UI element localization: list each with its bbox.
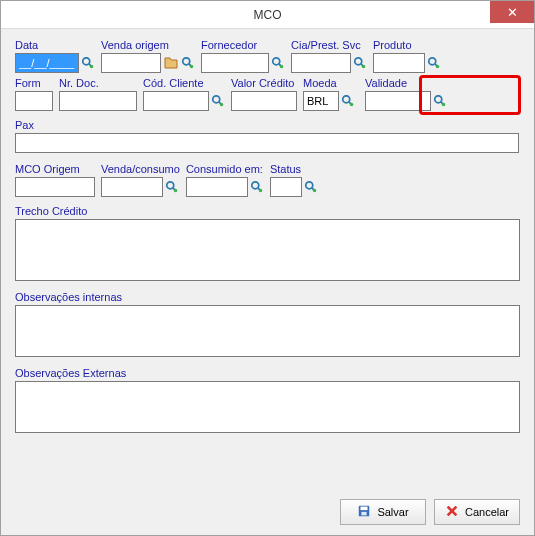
lookup-consumido-icon[interactable] (250, 180, 264, 194)
field-vendaconsumo: Venda/consumo (101, 163, 180, 197)
svg-point-24 (167, 182, 174, 189)
label-form: Form (15, 77, 53, 89)
svg-point-26 (174, 189, 178, 193)
label-status: Status (270, 163, 318, 175)
svg-point-30 (306, 182, 313, 189)
svg-rect-34 (361, 507, 368, 511)
svg-rect-35 (362, 512, 367, 516)
input-form[interactable] (15, 91, 53, 111)
label-venda-origem: Venda origem (101, 39, 195, 51)
label-consumido: Consumido em: (186, 163, 264, 175)
label-vendaconsumo: Venda/consumo (101, 163, 180, 175)
label-produto: Produto (373, 39, 441, 51)
svg-point-21 (435, 96, 442, 103)
window-title: MCO (254, 8, 282, 22)
field-fornecedor: Fornecedor (201, 39, 285, 73)
titlebar: MCO ✕ (1, 1, 534, 29)
field-mcoorigem: MCO Origem (15, 163, 95, 197)
lookup-fornecedor-icon[interactable] (271, 56, 285, 70)
label-trecho: Trecho Crédito (15, 205, 520, 217)
save-icon (357, 504, 371, 520)
book-icon[interactable] (163, 55, 179, 71)
textarea-obsext[interactable] (15, 381, 520, 433)
lookup-produto-icon[interactable] (427, 56, 441, 70)
save-button[interactable]: Salvar (340, 499, 426, 525)
input-validade[interactable] (365, 91, 431, 111)
svg-point-18 (343, 96, 350, 103)
save-label: Salvar (377, 506, 408, 518)
field-status: Status (270, 163, 318, 197)
close-icon: ✕ (507, 5, 518, 20)
close-button[interactable]: ✕ (490, 1, 534, 23)
label-nrdoc: Nr. Doc. (59, 77, 137, 89)
field-produto: Produto (373, 39, 441, 73)
input-valor[interactable] (231, 91, 297, 111)
label-data: Data (15, 39, 95, 51)
svg-point-15 (213, 96, 220, 103)
input-status[interactable] (270, 177, 302, 197)
label-cia: Cia/Prest. Svc (291, 39, 367, 51)
lookup-data-icon[interactable] (81, 56, 95, 70)
svg-point-8 (280, 65, 284, 69)
svg-point-12 (429, 58, 436, 65)
field-venda-origem: Venda origem (101, 39, 195, 73)
field-codcliente: Cód. Cliente (143, 77, 225, 111)
svg-point-0 (83, 58, 90, 65)
lookup-codcliente-icon[interactable] (211, 94, 225, 108)
lookup-cia-icon[interactable] (353, 56, 367, 70)
input-nrdoc[interactable] (59, 91, 137, 111)
field-cia: Cia/Prest. Svc (291, 39, 367, 73)
lookup-status-icon[interactable] (304, 180, 318, 194)
svg-point-11 (362, 65, 366, 69)
svg-point-6 (273, 58, 280, 65)
field-data: Data (15, 39, 95, 73)
row-2: Form Nr. Doc. Cód. Cliente Valor Crédito (15, 77, 520, 111)
svg-point-29 (259, 189, 263, 193)
field-valor: Valor Crédito (231, 77, 297, 111)
field-nrdoc: Nr. Doc. (59, 77, 137, 111)
input-vendaconsumo[interactable] (101, 177, 163, 197)
svg-point-14 (436, 65, 440, 69)
input-venda-origem[interactable] (101, 53, 161, 73)
field-validade: Validade (365, 77, 447, 111)
svg-point-5 (190, 65, 194, 69)
label-obsext: Observações Externas (15, 367, 520, 379)
mco-window: MCO ✕ Data Venda origem (0, 0, 535, 536)
lookup-venda-origem-icon[interactable] (181, 56, 195, 70)
input-consumido[interactable] (186, 177, 248, 197)
input-moeda[interactable] (303, 91, 339, 111)
input-mcoorigem[interactable] (15, 177, 95, 197)
input-fornecedor[interactable] (201, 53, 269, 73)
row-1: Data Venda origem (15, 39, 520, 73)
label-validade: Validade (365, 77, 447, 89)
textarea-obsint[interactable] (15, 305, 520, 357)
cancel-icon (445, 504, 459, 520)
svg-point-17 (220, 103, 224, 107)
input-codcliente[interactable] (143, 91, 209, 111)
input-produto[interactable] (373, 53, 425, 73)
footer: Salvar Cancelar (340, 499, 520, 525)
svg-point-3 (183, 58, 190, 65)
field-form: Form (15, 77, 53, 111)
textarea-trecho[interactable] (15, 219, 520, 281)
label-codcliente: Cód. Cliente (143, 77, 225, 89)
lookup-vendaconsumo-icon[interactable] (165, 180, 179, 194)
svg-point-23 (442, 103, 446, 107)
field-moeda: Moeda (303, 77, 355, 111)
svg-point-32 (313, 189, 317, 193)
label-obsint: Observações internas (15, 291, 520, 303)
input-pax[interactable] (15, 133, 519, 153)
input-cia[interactable] (291, 53, 351, 73)
svg-point-2 (90, 65, 94, 69)
lookup-moeda-icon[interactable] (341, 94, 355, 108)
svg-point-27 (252, 182, 259, 189)
field-consumido: Consumido em: (186, 163, 264, 197)
lookup-validade-icon[interactable] (433, 94, 447, 108)
cancel-label: Cancelar (465, 506, 509, 518)
cancel-button[interactable]: Cancelar (434, 499, 520, 525)
label-fornecedor: Fornecedor (201, 39, 285, 51)
svg-point-20 (350, 103, 354, 107)
row-3: MCO Origem Venda/consumo Consumido em: (15, 163, 520, 197)
input-data[interactable] (15, 53, 79, 73)
svg-point-9 (355, 58, 362, 65)
